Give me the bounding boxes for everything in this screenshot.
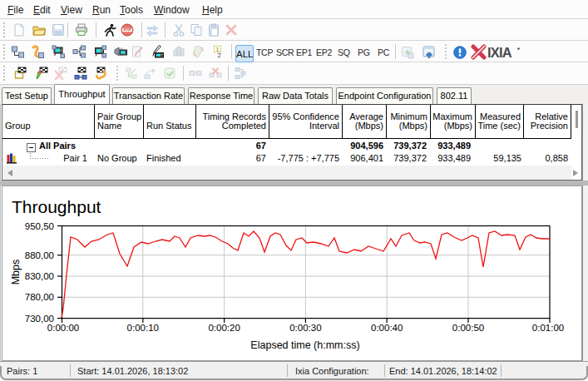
svg-text:0:00:30: 0:00:30 xyxy=(289,323,321,333)
svg-text:Throughput: Throughput xyxy=(12,197,101,216)
svg-text:0:00:40: 0:00:40 xyxy=(371,323,403,333)
svg-text:IXIA: IXIA xyxy=(487,45,512,60)
svg-text:0:00:00: 0:00:00 xyxy=(47,323,79,333)
svg-text:950,50: 950,50 xyxy=(25,221,54,231)
svg-text:730,00: 730,00 xyxy=(25,314,54,324)
svg-text:780,00: 780,00 xyxy=(25,292,54,302)
svg-text:0:00:10: 0:00:10 xyxy=(127,323,159,333)
svg-text:830,00: 830,00 xyxy=(25,271,54,281)
svg-text:880,00: 880,00 xyxy=(25,250,54,260)
svg-text:Mbps: Mbps xyxy=(10,260,22,285)
svg-text:0:00:20: 0:00:20 xyxy=(208,323,240,333)
svg-text:0:01:00: 0:01:00 xyxy=(532,323,564,333)
svg-text:STOP: STOP xyxy=(123,28,131,32)
svg-text:Elapsed time (h:mm:ss): Elapsed time (h:mm:ss) xyxy=(250,339,359,351)
svg-text:0:00:50: 0:00:50 xyxy=(452,323,484,333)
svg-text:2: 2 xyxy=(217,52,220,58)
